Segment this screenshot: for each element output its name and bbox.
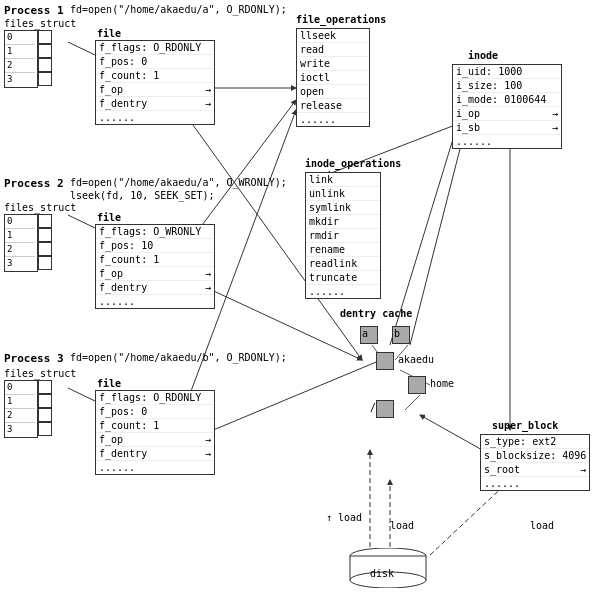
super-block-box: s_type: ext2 s_blocksize: 4096 s_root → … <box>480 434 590 491</box>
process2-code1: fd=open("/home/akaedu/a", O_WRONLY); <box>70 177 287 188</box>
iop-label: i_op <box>456 108 480 119</box>
fdentry-arrow: → <box>205 282 211 293</box>
fs-ptr <box>38 44 52 58</box>
fdentry-arrow: → <box>205 448 211 459</box>
dentry-home <box>408 376 426 394</box>
file-row: f_count: 1 <box>96 253 214 267</box>
svg-line-14 <box>405 395 420 410</box>
fo-row: release <box>297 99 369 113</box>
fs-ptr <box>38 394 52 408</box>
process1-file-label: file <box>97 28 121 39</box>
sroot-label: s_root <box>484 464 520 475</box>
process2-file-box: f_flags: O_WRONLY f_pos: 10 f_count: 1 f… <box>95 224 215 309</box>
fs-row: 3 <box>5 257 35 271</box>
dentry-cache-label: dentry cache <box>340 308 412 319</box>
dentry-b-label: b <box>394 328 400 339</box>
fop-arrow: → <box>205 434 211 445</box>
file-row: ...... <box>96 461 214 474</box>
fop-label: f_op <box>99 434 123 445</box>
process1-code: fd=open("/home/akaedu/a", O_RDONLY); <box>70 4 287 15</box>
process3-label: Process 3 <box>4 352 64 365</box>
dentry-a-label: a <box>362 328 368 339</box>
process3-code: fd=open("/home/akaedu/b", O_RDONLY); <box>70 352 287 363</box>
process3-file-label: file <box>97 378 121 389</box>
io-row: readlink <box>306 257 380 271</box>
fs-row: 2 <box>5 409 35 423</box>
diagram: Process 1 fd=open("/home/akaedu/a", O_RD… <box>0 0 600 606</box>
file-row: f_dentry → <box>96 97 214 111</box>
process2-files-struct-label: files_struct <box>4 202 76 213</box>
inode-row: i_op → <box>453 107 561 121</box>
super-block-label: super_block <box>492 420 558 431</box>
process2-files-struct: 0 1 2 3 <box>4 214 38 272</box>
inode-operations-box: link unlink symlink mkdir rmdir rename r… <box>305 172 381 299</box>
svg-line-3 <box>68 215 95 228</box>
inode-row: ...... <box>453 135 561 148</box>
file-operations-box: llseek read write ioctl open release ...… <box>296 28 370 127</box>
svg-line-19 <box>430 480 510 555</box>
fs-ptr <box>38 228 52 242</box>
fs-ptr <box>38 58 52 72</box>
file-row: f_flags: O_RDONLY <box>96 391 214 405</box>
inode-row: i_size: 100 <box>453 79 561 93</box>
inode-label: inode <box>468 50 498 61</box>
fdentry-label: f_dentry <box>99 448 147 459</box>
sb-row: s_type: ext2 <box>481 435 589 449</box>
disk-label: disk <box>370 568 394 579</box>
file-row: f_count: 1 <box>96 419 214 433</box>
fs-ptr <box>38 214 52 228</box>
isb-label: i_sb <box>456 122 480 133</box>
dentry-root <box>376 400 394 418</box>
svg-line-6 <box>68 388 95 401</box>
dentry-akaedu <box>376 352 394 370</box>
io-row: link <box>306 173 380 187</box>
inode-row: i_mode: 0100644 <box>453 93 561 107</box>
fs-row: 1 <box>5 395 35 409</box>
load-label-1: ↑ load <box>326 512 362 523</box>
dentry-home-label: home <box>430 378 454 389</box>
io-row: mkdir <box>306 215 380 229</box>
fs-row: 1 <box>5 229 35 243</box>
fs-ptr <box>38 72 52 86</box>
fop-arrow: → <box>205 268 211 279</box>
fdentry-label: f_dentry <box>99 98 147 109</box>
inode-row: i_sb → <box>453 121 561 135</box>
fdentry-arrow: → <box>205 98 211 109</box>
process2-code2: lseek(fd, 10, SEEK_SET); <box>70 190 215 201</box>
fs-ptr <box>38 380 52 394</box>
file-row: f_dentry → <box>96 447 214 461</box>
load-label-2: load <box>390 520 414 531</box>
fo-row: ...... <box>297 113 369 126</box>
fs-ptr <box>38 242 52 256</box>
process2-file-label: file <box>97 212 121 223</box>
file-row: f_flags: O_WRONLY <box>96 225 214 239</box>
io-row: unlink <box>306 187 380 201</box>
fs-row: 0 <box>5 31 35 45</box>
process3-file-box: f_flags: O_RDONLY f_pos: 0 f_count: 1 f_… <box>95 390 215 475</box>
file-row: f_flags: O_RDONLY <box>96 41 214 55</box>
io-row: rename <box>306 243 380 257</box>
fs-row: 0 <box>5 381 35 395</box>
dentry-root-label: / <box>370 402 376 413</box>
file-row: ...... <box>96 111 214 124</box>
fs-row: 1 <box>5 45 35 59</box>
process3-files-struct-label: files_struct <box>4 368 76 379</box>
fs-row: 0 <box>5 215 35 229</box>
inode-row: i_uid: 1000 <box>453 65 561 79</box>
file-row: f_dentry → <box>96 281 214 295</box>
sb-row: s_blocksize: 4096 <box>481 449 589 463</box>
dentry-akaedu-label: akaedu <box>398 354 434 365</box>
svg-line-0 <box>68 42 95 55</box>
process1-files-struct: 0 1 2 3 <box>4 30 38 88</box>
io-row: truncate <box>306 271 380 285</box>
fo-row: open <box>297 85 369 99</box>
fs-ptr <box>38 408 52 422</box>
file-row: f_pos: 0 <box>96 55 214 69</box>
fs-row: 3 <box>5 423 35 437</box>
sroot-arrow: → <box>580 464 586 475</box>
io-row: rmdir <box>306 229 380 243</box>
load-label-3: load <box>530 520 554 531</box>
file-row: f_pos: 10 <box>96 239 214 253</box>
fs-ptr <box>38 422 52 436</box>
fop-label: f_op <box>99 84 123 95</box>
